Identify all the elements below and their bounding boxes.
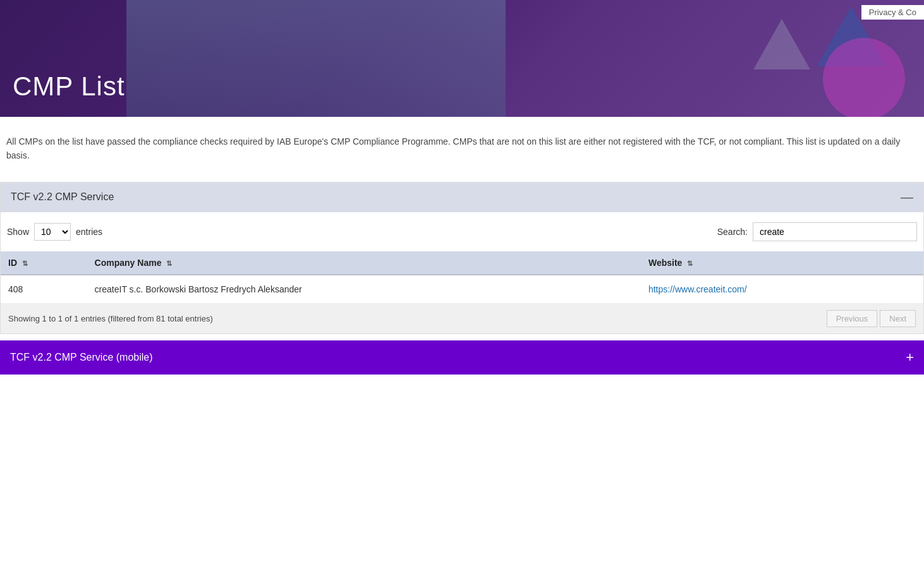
page-title: CMP List [13, 71, 125, 102]
mobile-section-title: TCF v2.2 CMP Service (mobile) [10, 352, 153, 363]
search-label: Search: [717, 227, 748, 237]
cell-website: https://www.createit.com/ [641, 275, 923, 304]
search-input[interactable] [753, 222, 917, 241]
sort-icon-id: ⇅ [22, 260, 28, 268]
table-header-row: ID ⇅ Company Name ⇅ Website ⇅ [1, 251, 923, 275]
hero-person-image [126, 0, 506, 117]
table-controls: Show 10 25 50 100 entries Search: [1, 212, 923, 251]
collapse-icon[interactable]: — [901, 190, 913, 205]
cell-id: 408 [1, 275, 87, 304]
pagination: Previous Next [827, 310, 916, 327]
entries-select[interactable]: 10 25 50 100 [34, 223, 71, 241]
table-row: 408 createIT s.c. Borkowski Bartosz Fred… [1, 275, 923, 304]
cell-company-name: createIT s.c. Borkowski Bartosz Fredrych… [87, 275, 641, 304]
show-label: Show [7, 227, 29, 237]
sort-icon-website: ⇅ [687, 260, 693, 268]
privacy-link[interactable]: Privacy & Co [861, 5, 924, 20]
tcf-mobile-section[interactable]: TCF v2.2 CMP Service (mobile) + [0, 340, 924, 375]
hero-triangle-small [753, 19, 810, 69]
section-header[interactable]: TCF v2.2 CMP Service — [1, 183, 923, 212]
next-button[interactable]: Next [880, 310, 916, 327]
col-company-name[interactable]: Company Name ⇅ [87, 251, 641, 275]
show-entries-control: Show 10 25 50 100 entries [7, 223, 102, 241]
sort-icon-company: ⇅ [166, 260, 172, 268]
expand-icon[interactable]: + [906, 349, 914, 366]
previous-button[interactable]: Previous [827, 310, 878, 327]
col-id[interactable]: ID ⇅ [1, 251, 87, 275]
showing-text: Showing 1 to 1 of 1 entries (filtered fr… [8, 314, 213, 323]
search-area: Search: [717, 222, 917, 241]
website-link[interactable]: https://www.createit.com/ [648, 284, 747, 294]
hero-banner: CMP List Privacy & Co [0, 0, 924, 117]
description-text: All CMPs on the list have passed the com… [0, 117, 924, 176]
cmp-table: ID ⇅ Company Name ⇅ Website ⇅ 408 create… [1, 251, 923, 304]
section-title: TCF v2.2 CMP Service [11, 191, 114, 203]
tcf-service-section: TCF v2.2 CMP Service — Show 10 25 50 100… [0, 182, 924, 334]
hero-circle [823, 38, 905, 117]
entries-label: entries [76, 227, 102, 237]
col-website[interactable]: Website ⇅ [641, 251, 923, 275]
table-footer: Showing 1 to 1 of 1 entries (filtered fr… [1, 304, 923, 333]
